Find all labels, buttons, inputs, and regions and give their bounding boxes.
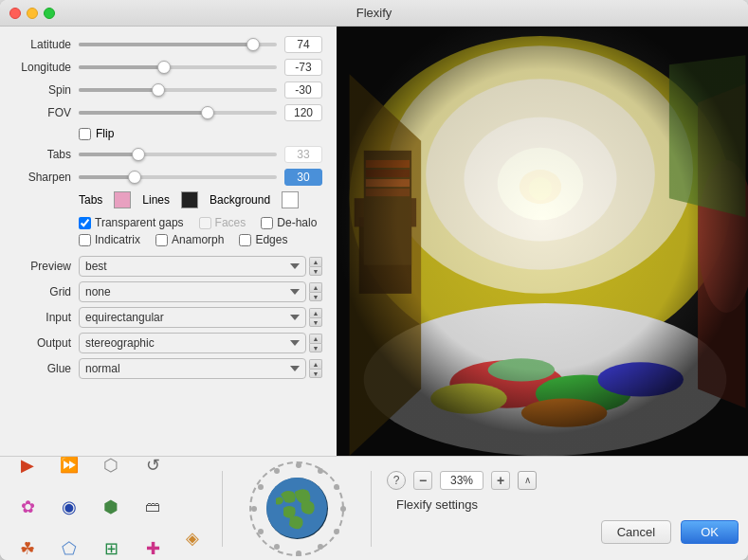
glue-label: Glue [14, 362, 71, 375]
leaf-tool-btn[interactable]: ☘ [9, 531, 46, 561]
transparent-gaps-checkbox[interactable] [79, 217, 91, 229]
de-halo-label: De-halo [277, 216, 317, 229]
maximize-button[interactable] [44, 8, 55, 19]
glue-select[interactable]: normal multiply screen [79, 358, 306, 379]
fisheye-image [337, 27, 748, 456]
bottom-toolbar: ▶ ⏩ ⬡ ↺ ✿ ◉ ⬢ 🗃 [0, 456, 748, 560]
help-button[interactable]: ? [387, 471, 406, 490]
action-buttons: Cancel OK [601, 520, 739, 544]
lines-color-swatch[interactable] [181, 191, 198, 208]
preview-up-btn[interactable]: ▲ [309, 257, 322, 266]
indicatrix-checkbox[interactable] [79, 234, 91, 246]
input-down-btn[interactable]: ▼ [309, 317, 322, 327]
traffic-lights [9, 8, 55, 19]
preview-row: Preview best normal fast ▲ ▼ [14, 256, 322, 277]
input-row: Input equirectangular cylindrical mercat… [14, 307, 322, 328]
spin-row: Spin -30 [14, 81, 322, 99]
faces-label: Faces [215, 216, 246, 229]
svg-point-34 [258, 484, 264, 490]
tabs-color-swatch[interactable] [114, 191, 131, 208]
svg-point-35 [274, 468, 280, 474]
svg-point-26 [334, 484, 339, 490]
tabs-slider[interactable] [79, 153, 277, 156]
grid-up-btn[interactable]: ▲ [309, 282, 322, 292]
background-color-swatch[interactable] [282, 191, 299, 208]
flower-tool-btn[interactable]: ✿ [9, 489, 46, 525]
input-up-btn[interactable]: ▲ [309, 308, 322, 317]
latitude-label: Latitude [14, 38, 71, 51]
anamorph-checkbox[interactable] [155, 234, 168, 246]
preview-label: Preview [14, 260, 71, 273]
input-select[interactable]: equirectangular cylindrical mercator [79, 307, 306, 328]
de-halo-checkbox[interactable] [261, 217, 273, 229]
tool-grid: ▶ ⏩ ⬡ ↺ ✿ ◉ ⬢ 🗃 [9, 447, 174, 561]
output-label: Output [14, 336, 71, 350]
sharpen-value[interactable]: 30 [284, 169, 322, 186]
cube-tool-btn[interactable]: ⬡ [93, 447, 129, 483]
main-window: Flexify Latitude 74 Longitude - [0, 0, 748, 560]
options-row-2: Indicatrix Anamorph Edges [14, 233, 322, 246]
zoom-plus-button[interactable]: + [491, 471, 510, 490]
pentagon-tool-btn[interactable]: ⬠ [51, 531, 87, 561]
output-select[interactable]: stereographic equirectangular mercator [79, 333, 306, 353]
sharpen-row: Sharpen 30 [14, 169, 322, 186]
faces-option: Faces [199, 216, 246, 229]
preview-container: best normal fast ▲ ▼ [79, 256, 322, 277]
ok-button[interactable]: OK [681, 520, 739, 544]
circle-tool-btn[interactable]: ◉ [51, 489, 87, 525]
fov-slider[interactable] [79, 111, 277, 115]
forward-tool-btn[interactable]: ⏩ [51, 447, 87, 483]
minimize-button[interactable] [27, 8, 38, 19]
longitude-slider[interactable] [79, 65, 277, 69]
tabs-color-label: Tabs [79, 193, 102, 207]
edges-checkbox[interactable] [239, 234, 251, 246]
hexagon-tool-btn[interactable]: ⬢ [93, 489, 129, 525]
flip-checkbox[interactable] [79, 128, 91, 140]
plus-tool-btn[interactable]: ✚ [135, 531, 171, 561]
latitude-value[interactable]: 74 [284, 36, 322, 53]
close-button[interactable] [9, 8, 21, 19]
fov-value[interactable]: 120 [284, 104, 322, 121]
right-bottom-controls: ? − 33% + ∧ Flexify settings Cancel OK [379, 461, 739, 556]
longitude-value[interactable]: -73 [284, 59, 322, 76]
preview-select[interactable]: best normal fast [79, 256, 306, 277]
input-stepper: ▲ ▼ [309, 308, 322, 327]
zoom-display: 33% [440, 471, 483, 490]
output-up-btn[interactable]: ▲ [309, 334, 322, 343]
fov-label: FOV [14, 106, 71, 119]
spin-slider[interactable] [79, 88, 277, 92]
square-tool-btn[interactable]: ⊞ [93, 531, 129, 561]
image-tool-btn[interactable]: 🗃 [135, 489, 171, 525]
rotate-tool-btn[interactable]: ↺ [135, 447, 171, 483]
glue-down-btn[interactable]: ▼ [309, 369, 322, 378]
latitude-slider[interactable] [79, 43, 277, 46]
output-down-btn[interactable]: ▼ [309, 343, 322, 352]
anamorph-option: Anamorph [155, 233, 224, 246]
spin-value[interactable]: -30 [284, 81, 322, 99]
preview-down-btn[interactable]: ▼ [309, 266, 322, 276]
grid-select[interactable]: none 10x10 20x20 [79, 281, 306, 302]
tabs-value[interactable]: 33 [284, 146, 322, 163]
svg-point-30 [296, 551, 301, 556]
grid-down-btn[interactable]: ▼ [309, 292, 322, 301]
faces-checkbox[interactable] [199, 217, 211, 229]
anamorph-label: Anamorph [172, 233, 224, 246]
svg-point-33 [251, 506, 257, 512]
glue-up-btn[interactable]: ▲ [309, 359, 322, 369]
transparent-gaps-option: Transparent gaps [79, 216, 184, 229]
settings-label: Flexify settings [396, 497, 478, 512]
titlebar: Flexify [0, 0, 748, 27]
indicatrix-option: Indicatrix [79, 233, 140, 246]
svg-point-27 [340, 506, 346, 512]
zoom-minus-button[interactable]: − [413, 471, 432, 490]
lines-color-label: Lines [142, 193, 170, 207]
output-stepper: ▲ ▼ [309, 334, 322, 352]
indicatrix-label: Indicatrix [95, 233, 140, 246]
up-button[interactable]: ∧ [518, 471, 537, 490]
sharpen-slider[interactable] [79, 175, 277, 179]
play-tool-btn[interactable]: ▶ [9, 447, 46, 483]
cancel-button[interactable]: Cancel [601, 520, 671, 544]
flip-label: Flip [96, 127, 114, 140]
globe-area [235, 461, 358, 556]
orange-tool-btn[interactable]: ◈ [174, 520, 210, 556]
